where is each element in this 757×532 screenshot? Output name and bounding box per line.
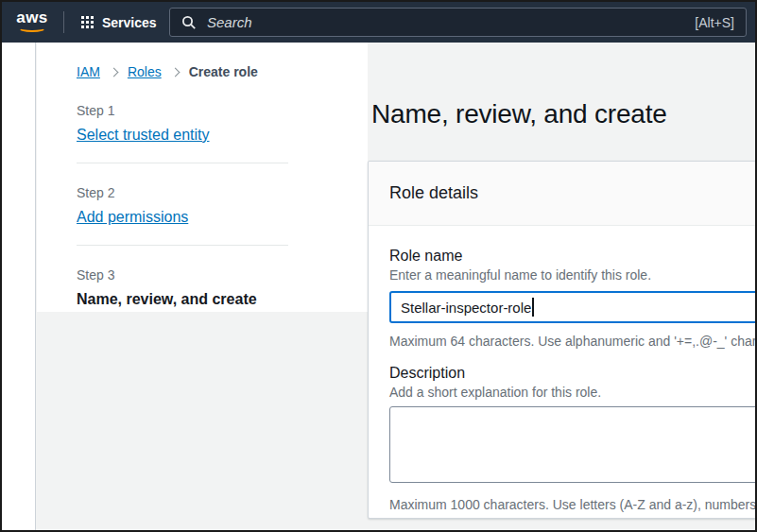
- description-label: Description: [389, 365, 757, 382]
- collapsed-side-panel: [2, 43, 36, 530]
- text-cursor: [532, 298, 534, 317]
- role-name-constraint: Maximum 64 characters. Use alphanumeric …: [389, 334, 757, 349]
- role-name-label: Role name: [389, 248, 757, 265]
- card-header: Role details: [369, 162, 757, 226]
- step-link-add-permissions[interactable]: Add permissions: [77, 209, 188, 226]
- wizard-step-2: Step 2 Add permissions: [77, 185, 288, 245]
- breadcrumb-link-roles[interactable]: Roles: [128, 64, 162, 79]
- services-label: Services: [102, 15, 157, 30]
- page-title: Name, review, and create: [371, 99, 667, 129]
- chevron-right-icon: [170, 67, 180, 77]
- app-window: aws Services Search [Alt+S] IAM Roles Cr…: [0, 0, 757, 532]
- topbar-divider: [63, 11, 64, 33]
- role-details-card: Role details Role name Enter a meaningfu…: [368, 161, 757, 519]
- role-name-hint: Enter a meaningful name to identify this…: [389, 267, 757, 283]
- step-number-label: Step 3: [77, 267, 288, 283]
- steps-divider: [77, 245, 288, 246]
- step-number-label: Step 1: [77, 103, 288, 118]
- services-menu-button[interactable]: Services: [81, 2, 157, 43]
- breadcrumb: IAM Roles Create role: [77, 64, 258, 79]
- breadcrumb-current-create-role: Create role: [189, 64, 258, 79]
- role-name-value: Stellar-inspector-role: [401, 300, 531, 316]
- description-textarea[interactable]: [389, 406, 757, 483]
- grid-icon: [81, 16, 94, 28]
- wizard-step-3: Step 3 Name, review, and create: [77, 267, 288, 308]
- card-body: Role name Enter a meaningful name to ide…: [369, 226, 757, 512]
- step-number-label: Step 2: [77, 185, 288, 200]
- description-field-group: Description Add a short explanation for …: [389, 365, 757, 512]
- description-hint: Add a short explanation for this role.: [389, 385, 757, 400]
- aws-logo-text: aws: [15, 9, 49, 26]
- wizard-step-1: Step 1 Select trusted entity: [77, 103, 288, 163]
- role-name-input[interactable]: Stellar-inspector-role: [389, 291, 757, 323]
- step-current-name-review-create: Name, review, and create: [77, 291, 257, 307]
- description-constraint: Maximum 1000 characters. Use letters (A-…: [389, 497, 757, 512]
- breadcrumb-link-iam[interactable]: IAM: [77, 64, 100, 79]
- aws-top-nav: aws Services Search [Alt+S]: [2, 2, 755, 43]
- chevron-right-icon: [109, 67, 118, 77]
- card-title: Role details: [389, 183, 478, 203]
- search-icon: [181, 15, 197, 30]
- search-shortcut-hint: [Alt+S]: [695, 15, 734, 30]
- aws-logo[interactable]: aws: [15, 9, 49, 32]
- global-search-input[interactable]: Search [Alt+S]: [169, 8, 747, 37]
- step-link-select-trusted-entity[interactable]: Select trusted entity: [77, 127, 210, 144]
- wizard-steps-nav: Step 1 Select trusted entity Step 2 Add …: [77, 103, 288, 308]
- search-placeholder: Search: [207, 14, 252, 30]
- steps-divider: [77, 163, 288, 163]
- role-name-field-group: Role name Enter a meaningful name to ide…: [389, 248, 757, 349]
